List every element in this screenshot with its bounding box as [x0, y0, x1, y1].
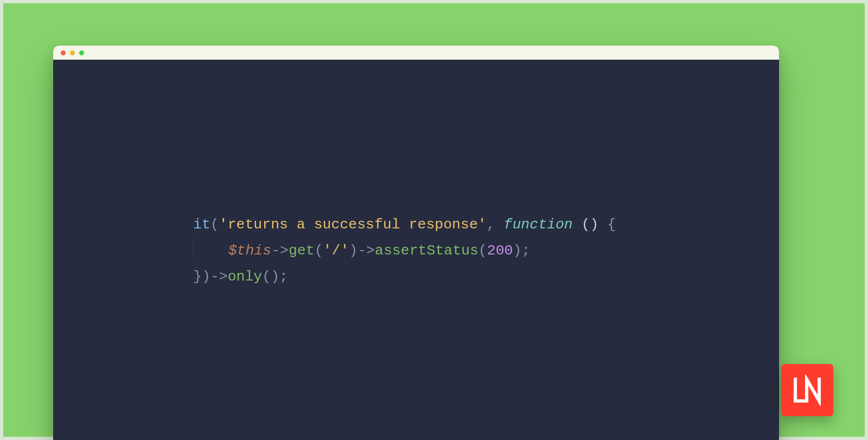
- tok-get-arg-q2: ': [340, 243, 349, 259]
- tok-function-keyword: function: [504, 216, 573, 233]
- tok-brace-open: {: [607, 216, 616, 233]
- tok-string-open-quote: ': [219, 216, 228, 233]
- tok-semi-1: ;: [521, 243, 530, 259]
- line-2: $this->get('/')->assertStatus(200);: [193, 243, 530, 259]
- code-editor: it('returns a successful response', func…: [53, 60, 779, 440]
- tok-arrow-3: ->: [210, 269, 228, 285]
- code-block: it('returns a successful response', func…: [193, 212, 616, 290]
- tok-arrow-2: ->: [358, 243, 375, 259]
- zoom-icon[interactable]: [79, 50, 84, 55]
- laravel-news-badge: [781, 364, 833, 416]
- tok-get-arg: /: [331, 243, 340, 259]
- tok-only-parens: (): [262, 269, 279, 285]
- tok-get-close: ): [349, 243, 358, 259]
- tok-function-parens: (): [573, 216, 608, 233]
- tok-string-text: returns a successful response: [228, 216, 478, 233]
- tok-get-arg-q1: ': [323, 243, 332, 259]
- tok-close-paren: ): [202, 269, 210, 285]
- tok-open-paren: (: [210, 216, 219, 233]
- tok-get: get: [289, 243, 315, 259]
- tok-get-open: (: [315, 243, 323, 259]
- tok-string-close-quote: ': [478, 216, 487, 233]
- line-1: it('returns a successful response', func…: [193, 216, 616, 233]
- tok-as-close: ): [513, 243, 521, 259]
- tok-indent: [194, 243, 228, 259]
- tok-comma: ,: [487, 216, 504, 233]
- tok-it: it: [193, 216, 210, 233]
- minimize-icon[interactable]: [70, 50, 75, 55]
- ln-logo-icon: [792, 374, 823, 406]
- tok-as-open: (: [478, 243, 487, 259]
- editor-window: it('returns a successful response', func…: [53, 46, 779, 440]
- tok-arrow-1: ->: [271, 243, 289, 259]
- close-icon[interactable]: [61, 50, 66, 55]
- tok-only: only: [228, 269, 263, 285]
- window-titlebar: [53, 46, 779, 60]
- line-3: })->only();: [193, 269, 288, 285]
- tok-200: 200: [487, 243, 513, 259]
- tok-semi-2: ;: [279, 269, 288, 285]
- tok-this: $this: [228, 243, 272, 259]
- tok-brace-close: }: [193, 269, 202, 285]
- stage: it('returns a successful response', func…: [0, 0, 868, 440]
- tok-assertstatus: assertStatus: [375, 243, 478, 259]
